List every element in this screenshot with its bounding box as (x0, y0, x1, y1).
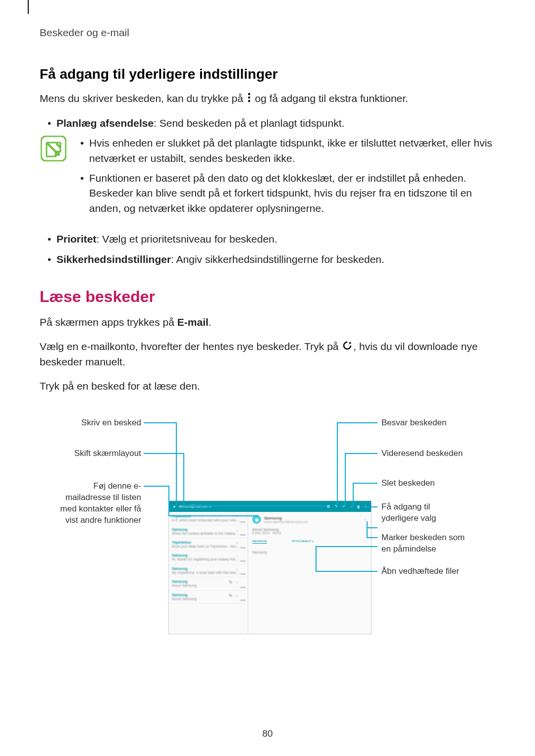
read-p1-b: E-mail (177, 316, 209, 328)
bullet-dot: • (48, 252, 56, 267)
note-text-1: Hvis enheden er slukket på det planlagte… (89, 136, 495, 166)
bullet-label: Sikkerhedsindstillinger (56, 253, 171, 265)
bullet-label: Prioritet (56, 233, 97, 245)
ss-avatar-icon: ◉ (252, 515, 261, 524)
note-bullet-1: • Hvis enheden er slukket på det planlag… (80, 136, 495, 166)
read-p3: Tryk på en besked for at læse den. (40, 379, 495, 394)
read-p1-c: . (209, 316, 212, 328)
note-content: • Hvis enheden er slukket på det planlag… (80, 136, 495, 221)
heading-read-messages: Læse beskeder (40, 288, 495, 306)
refresh-icon (342, 340, 352, 354)
bullet-desc: : Angiv sikkerhedsindstillingerne for be… (171, 253, 384, 265)
bullet-dot: • (80, 136, 89, 166)
callout-delete: Slet beskeden (381, 478, 435, 489)
ss-body: TripAdvisorIs it, which local restaurant… (169, 512, 371, 634)
page-content: Beskeder og e-mail Få adgang til yderlig… (0, 0, 535, 666)
more-options-icon (247, 92, 251, 106)
intro-text-a: Mens du skriver beskeden, kan du trykke … (40, 93, 246, 104)
note-bullet-2: • Funktionen er baseret på den dato og d… (80, 171, 495, 216)
bullet-dot: • (80, 171, 89, 216)
bullet-security: • Sikkerhedsindstillinger: Angiv sikkerh… (48, 252, 495, 267)
svg-point-0 (248, 93, 250, 95)
read-p2: Vælg en e-mailkonto, hvorefter der hente… (40, 339, 495, 370)
callout-forward: Videresend beskeden (381, 448, 463, 459)
bullet-schedule: • Planlæg afsendelse: Send beskeden på e… (48, 116, 495, 131)
intro-paragraph: Mens du skriver beskeden, kan du trykke … (40, 91, 495, 107)
page-number: 80 (0, 728, 535, 739)
ss-message-list: TripAdvisorIs it, which local restaurant… (169, 512, 248, 634)
callout-reply: Besvar beskeden (381, 417, 446, 429)
svg-marker-4 (348, 342, 352, 345)
bullet-dot: • (48, 232, 56, 247)
read-p1-a: På skærmen apps trykkes på (40, 316, 177, 328)
bullet-priority: • Prioritet: Vælg et prioritetsniveau fo… (48, 232, 495, 247)
svg-point-2 (248, 100, 250, 102)
bullet-desc: : Send beskeden på et planlagt tidspunkt… (154, 117, 344, 129)
callout-more-options: Få adgang til yderligere valg (381, 502, 456, 524)
note-block: • Hvis enheden er slukket på det planlag… (40, 136, 495, 221)
intro-text-b: og få adgang til ekstra funktioner. (255, 93, 408, 104)
heading-additional-settings: Få adgang til yderligere indstillinger (40, 66, 495, 82)
callout-attachments: Åbn vedhæftede filer (381, 566, 459, 577)
bullet-label: Planlæg afsendelse (56, 117, 154, 129)
bullet-text: Sikkerhedsindstillinger: Angiv sikkerhed… (56, 252, 495, 267)
read-p1: På skærmen apps trykkes på E-mail. (40, 315, 495, 330)
callout-add-contact: Føj denne e-mailadresse til listen med k… (52, 481, 141, 526)
callout-reminder: Marker beskeden som en påmindelse (381, 532, 466, 555)
note-icon (41, 136, 66, 161)
note-text-2: Funktionen er baseret på den dato og det… (89, 171, 495, 216)
ss-message-pane: ◉ Samsung samsungaccount@samsung.com ☆ A… (248, 512, 371, 634)
email-app-screenshot: + account@mail.com ▾ ▥ ✎ ↩ → 🗑 ⋮ TripAdv… (168, 501, 372, 634)
bullet-text: Prioritet: Vælg et prioritetsniveau for … (56, 232, 495, 247)
bullet-text: Planlæg afsendelse: Send beskeden på et … (56, 116, 495, 131)
bullet-desc: : Vælg et prioritetsniveau for beskeden. (97, 233, 277, 245)
ss-toolbar: + account@mail.com ▾ ▥ ✎ ↩ → 🗑 ⋮ (169, 501, 371, 512)
running-header: Beskeder og e-mail (40, 27, 495, 39)
callout-compose: Skriv en besked (52, 417, 141, 429)
read-p2-a: Vælg en e-mailkonto, hvorefter der hente… (40, 341, 341, 352)
svg-point-1 (248, 97, 250, 99)
callout-layout: Skift skærmlayout (52, 448, 141, 459)
bullet-dot: • (48, 116, 56, 131)
ss-compose2-icon: ✎ (334, 504, 338, 509)
ss-delete-icon: 🗑 (356, 504, 361, 509)
ss-layout-icon: ▥ (326, 504, 331, 509)
bullet-list-1: • Planlæg afsendelse: Send beskeden på e… (48, 116, 495, 131)
figure-email-app: Skriv en besked Skift skærmlayout Føj de… (40, 408, 495, 646)
bullet-list-2: • Prioritet: Vælg et prioritetsniveau fo… (48, 232, 495, 267)
